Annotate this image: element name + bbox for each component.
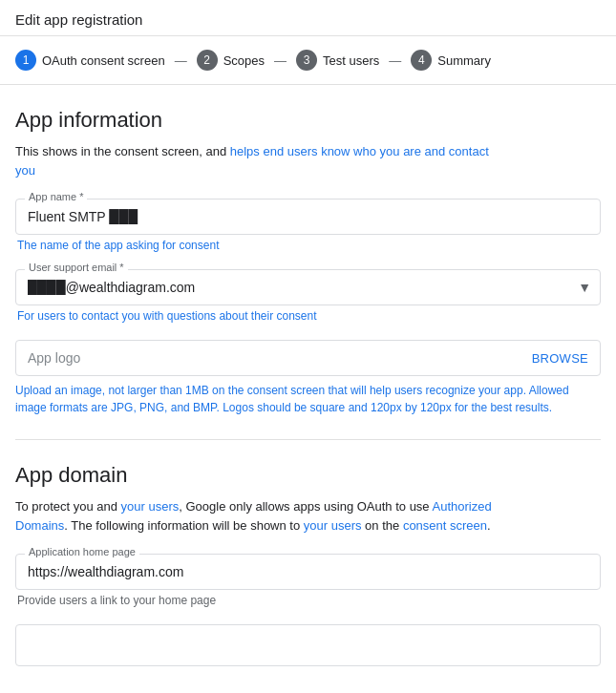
extra-field-placeholder [15,624,601,666]
home-page-field: Application home page Provide users a li… [15,554,601,607]
desc-part1: This shows in the consent screen, and [15,144,226,158]
domain-highlight-1: your users [121,499,180,514]
email-label: User support email * [25,262,128,273]
app-name-field: App name * The name of the app asking fo… [15,199,601,252]
domain-desc-text4: on the [362,518,403,533]
step-1-circle: 1 [15,50,36,71]
app-domain-title: App domain [15,463,601,488]
step-2-circle: 2 [197,50,218,71]
email-select[interactable]: ████@wealthdiagram.com [15,269,601,305]
home-page-label: Application home page [25,546,139,557]
app-information-desc: This shows in the consent screen, and he… [15,142,512,179]
stepper: 1 OAuth consent screen — 2 Scopes — 3 Te… [0,36,616,85]
app-information-title: App information [15,108,601,133]
home-page-hint: Provide users a link to your home page [15,594,601,607]
step-1[interactable]: 1 OAuth consent screen [15,50,165,71]
domain-desc-text2: , Google only allows apps using OAuth to… [179,499,432,514]
logo-field: App logo BROWSE [15,340,601,376]
logo-placeholder: App logo [28,350,80,366]
app-domain-desc: To protect you and your users, Google on… [15,497,512,535]
logo-section: App logo BROWSE Upload an image, not lar… [15,340,601,416]
email-hint: For users to contact you with questions … [15,309,601,323]
email-field: User support email * ████@wealthdiagram.… [15,269,601,323]
domain-desc-text5: . [487,518,491,533]
step-3-circle: 3 [296,50,317,71]
step-4[interactable]: 4 Summary [411,50,491,71]
page-title: Edit app registration [15,11,142,28]
main-content: App information This shows in the consen… [0,85,616,693]
app-name-input[interactable] [15,199,601,235]
step-separator-3: — [387,53,403,68]
section-divider [15,439,601,440]
step-4-circle: 4 [411,50,432,71]
home-page-input[interactable] [15,554,601,590]
step-1-label: OAuth consent screen [42,53,165,68]
step-2-label: Scopes [223,53,265,68]
step-separator-1: — [173,53,189,68]
app-information-section: App information This shows in the consen… [15,108,601,416]
logo-hint: Upload an image, not larger than 1MB on … [15,382,601,416]
step-3[interactable]: 3 Test users [296,50,379,71]
step-4-label: Summary [437,53,491,68]
domain-desc-text: To protect you and [15,499,121,514]
email-select-wrapper: ████@wealthdiagram.com ▼ [15,269,601,305]
app-name-label: App name * [25,191,87,202]
step-2[interactable]: 2 Scopes [197,50,265,71]
app-domain-section: App domain To protect you and your users… [15,463,601,666]
domain-highlight-4: consent screen [403,518,487,533]
app-name-hint: The name of the app asking for consent [15,239,601,252]
step-separator-2: — [272,53,288,68]
domain-desc-text3: . The following information will be show… [64,518,304,533]
domain-highlight-3: your users [304,518,362,533]
step-3-label: Test users [323,53,379,68]
page-header: Edit app registration [0,0,616,36]
browse-button[interactable]: BROWSE [532,351,588,366]
